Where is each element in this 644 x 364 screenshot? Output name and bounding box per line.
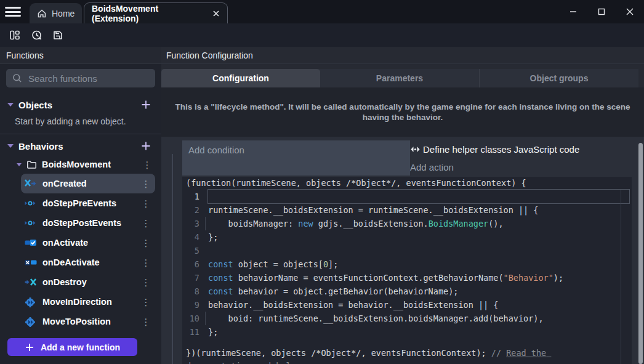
code-wrapper-header: (function(runtimeScene, objects /*Object… xyxy=(182,177,632,190)
js-code-editor[interactable]: (function(runtimeScene, objects /*Object… xyxy=(182,177,632,364)
code-line[interactable]: 7const behaviorName = eventsFunctionCont… xyxy=(182,271,632,285)
code-line[interactable]: 11}; xyxy=(182,325,632,339)
titlebar: Home BoidsMovement (Extension) xyxy=(0,0,644,23)
search-functions-input[interactable] xyxy=(28,73,139,84)
toolbar-left xyxy=(0,28,65,42)
function-item-dosteppostevents[interactable]: doStepPostEvents ⋮ xyxy=(21,213,155,233)
function-item-onactivate[interactable]: onActivate ⋮ xyxy=(21,233,155,253)
add-condition-label[interactable]: Add condition xyxy=(188,145,404,155)
minimize-button[interactable] xyxy=(559,0,587,23)
code-line[interactable]: 2runtimeScene.__boidsExtension = runtime… xyxy=(182,203,632,217)
configuration-tabs: Configuration Parameters Object groups xyxy=(161,69,638,87)
function-item-moveindirection[interactable]: MoveInDirection ⋮ xyxy=(21,292,155,312)
objects-empty-hint: Start by adding a new object. xyxy=(15,116,126,126)
main-menu-button[interactable] xyxy=(5,6,21,18)
caret-down-icon[interactable] xyxy=(7,144,14,148)
js-event-title: Define helper classes JavaScript code xyxy=(423,144,579,155)
function-item-ondeactivate[interactable]: onDeActivate ⋮ xyxy=(21,253,155,272)
tab-object-groups[interactable]: Object groups xyxy=(480,69,638,87)
add-condition-area[interactable]: Add condition xyxy=(182,140,410,176)
tab-active-label: BoidsMovement (Extension) xyxy=(92,4,206,23)
tab-close-icon[interactable] xyxy=(212,10,220,17)
code-line[interactable]: 1 xyxy=(182,190,632,203)
add-new-function-button[interactable]: Add a new function xyxy=(7,338,137,356)
function-gear-icon xyxy=(25,297,37,306)
event-left-border xyxy=(172,154,173,364)
activate-icon xyxy=(25,238,37,247)
search-functions-box[interactable] xyxy=(6,69,155,87)
actions-column: Define helper classes JavaScript code Ad… xyxy=(410,140,632,176)
tab-configuration[interactable]: Configuration xyxy=(161,69,320,87)
function-item-dostrepreevents[interactable]: doStepPreEvents ⋮ xyxy=(21,193,155,213)
objects-header-label: Objects xyxy=(18,100,139,110)
caret-down-icon[interactable] xyxy=(7,103,14,107)
maximize-button[interactable] xyxy=(587,0,616,23)
home-icon xyxy=(37,9,47,18)
save-icon[interactable] xyxy=(50,28,65,42)
kebab-menu-icon[interactable]: ⋮ xyxy=(140,219,151,228)
folder-icon xyxy=(26,160,37,169)
code-line[interactable]: 4}; xyxy=(182,230,632,244)
lifecycle-description: This is a "lifecycle method". It will be… xyxy=(161,87,644,137)
code-line[interactable]: 3 boidsManager: new gdjs.__boidsExtensio… xyxy=(182,217,632,230)
panels-layout-icon[interactable] xyxy=(7,28,22,42)
kebab-menu-icon[interactable]: ⋮ xyxy=(140,258,151,267)
gdevelop-window: Home BoidsMovement (Extension) xyxy=(0,0,644,364)
kebab-menu-icon[interactable]: ⋮ xyxy=(140,278,151,287)
code-lines: 12runtimeScene.__boidsExtension = runtim… xyxy=(182,190,632,339)
kebab-menu-icon[interactable]: ⋮ xyxy=(142,160,153,169)
panel-title: Function Configuration xyxy=(161,47,644,64)
kebab-menu-icon[interactable]: ⋮ xyxy=(140,297,151,307)
events-scrollbar[interactable] xyxy=(638,143,643,364)
deactivate-icon xyxy=(25,258,37,267)
divider xyxy=(0,134,161,134)
add-action-label[interactable]: Add action xyxy=(410,158,632,176)
function-item-ondestroy[interactable]: onDestroy ⋮ xyxy=(21,272,155,292)
close-button[interactable] xyxy=(616,0,644,23)
toolbar: Preview Share xyxy=(0,23,644,47)
behavior-group-label: BoidsMovement xyxy=(42,160,142,169)
code-line[interactable]: 10 boid: runtimeScene.__boidsExtension.b… xyxy=(182,312,632,325)
sidebar-title: Functions xyxy=(0,47,161,64)
code-line[interactable]: 6const object = objects[0]; xyxy=(182,257,632,271)
tab-home-label: Home xyxy=(52,9,74,18)
add-object-button[interactable] xyxy=(139,98,153,111)
behaviors-section-header[interactable]: Behaviors xyxy=(0,138,161,154)
lifecycle-step-icon xyxy=(25,219,37,227)
js-event-title-row[interactable]: Define helper classes JavaScript code xyxy=(410,140,632,158)
add-behavior-button[interactable] xyxy=(139,139,153,153)
tab-boidsmovement[interactable]: BoidsMovement (Extension) xyxy=(84,2,228,23)
code-line[interactable]: 9behavior.__boidsExtension = behavior.__… xyxy=(182,298,632,312)
functions-sidebar: Functions Objects Start by adding a new … xyxy=(0,47,161,364)
lifecycle-destroy-icon xyxy=(25,278,37,286)
editor-overview-ruler xyxy=(621,190,621,364)
lifecycle-created-icon xyxy=(25,179,37,188)
function-gear-icon xyxy=(25,317,37,326)
lifecycle-step-icon xyxy=(25,199,37,208)
kebab-menu-icon[interactable]: ⋮ xyxy=(140,317,151,326)
tab-home[interactable]: Home xyxy=(30,3,82,23)
window-controls xyxy=(559,0,644,23)
function-list: onCreated ⋮ doStepPreEvents ⋮ doStepPost… xyxy=(0,174,161,331)
search-icon xyxy=(12,73,22,83)
caret-down-icon[interactable] xyxy=(17,163,22,166)
behaviors-header-label: Behaviors xyxy=(18,141,139,152)
code-line[interactable]: 5 xyxy=(182,244,632,257)
events-sheet: Add condition Define helper classes Java… xyxy=(161,137,644,364)
function-configuration-panel: Function Configuration Configuration Par… xyxy=(161,47,644,364)
code-line[interactable]: 8const behavior = object.getBehavior(beh… xyxy=(182,285,632,298)
tab-parameters[interactable]: Parameters xyxy=(320,69,480,87)
behavior-group-row[interactable]: BoidsMovement ⋮ xyxy=(0,156,161,172)
kebab-menu-icon[interactable]: ⋮ xyxy=(140,199,151,208)
function-item-movetoposition[interactable]: MoveToPosition ⋮ xyxy=(21,312,155,331)
plus-icon xyxy=(25,342,34,352)
history-icon[interactable] xyxy=(29,28,44,42)
kebab-menu-icon[interactable]: ⋮ xyxy=(140,179,151,188)
kebab-menu-icon[interactable]: ⋮ xyxy=(140,238,151,248)
code-event-icon xyxy=(410,145,421,153)
code-wrapper-footer: })(runtimeScene, objects /*Object*/, eve… xyxy=(182,347,613,364)
function-item-oncreated[interactable]: onCreated ⋮ xyxy=(21,174,155,193)
objects-section-header[interactable]: Objects xyxy=(0,97,161,113)
